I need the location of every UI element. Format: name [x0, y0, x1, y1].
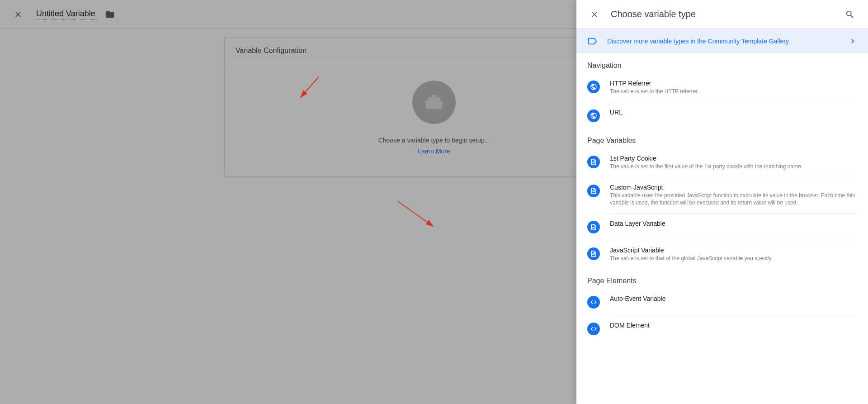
item-title: HTTP Referrer — [610, 80, 857, 87]
variable-type-item[interactable]: HTTP ReferrerThe value is set to the HTT… — [587, 73, 857, 102]
item-description: The value is set to the first value of t… — [610, 163, 857, 171]
item-title: URL — [610, 109, 857, 116]
item-text: 1st Party CookieThe value is set to the … — [610, 155, 857, 171]
globe-icon — [587, 109, 600, 122]
variable-type-item[interactable]: URL — [587, 102, 857, 128]
panel-close-icon[interactable] — [585, 5, 604, 24]
discover-label: Discover more variable types in the Comm… — [607, 38, 838, 45]
tag-icon — [587, 36, 597, 46]
doc-icon — [587, 247, 600, 260]
section-title: Page Elements — [587, 277, 857, 285]
variable-type-item[interactable]: JavaScript VariableThe value is set to t… — [587, 240, 857, 269]
doc-icon — [587, 156, 600, 168]
item-text: JavaScript VariableThe value is set to t… — [610, 247, 857, 262]
item-title: Custom JavaScript — [610, 184, 857, 191]
section-title: Page Variables — [587, 137, 857, 145]
item-title: Data Layer Variable — [610, 220, 857, 227]
variable-type-item[interactable]: Auto-Event Variable — [587, 289, 857, 315]
section-title: Navigation — [587, 62, 857, 70]
doc-icon — [587, 221, 600, 233]
variable-type-panel: Choose variable type Discover more varia… — [576, 0, 868, 404]
item-description: The value is set to that of the global J… — [610, 255, 857, 262]
panel-list[interactable]: NavigationHTTP ReferrerThe value is set … — [576, 53, 868, 404]
item-title: JavaScript Variable — [610, 247, 857, 254]
item-text: HTTP ReferrerThe value is set to the HTT… — [610, 80, 857, 95]
search-icon[interactable] — [841, 5, 859, 24]
item-description: The value is set to the HTTP referrer. — [610, 88, 857, 95]
section: NavigationHTTP ReferrerThe value is set … — [576, 53, 868, 128]
section: Page Variables1st Party CookieThe value … — [576, 128, 868, 269]
chevron-right-icon — [848, 37, 857, 46]
variable-type-item[interactable]: Data Layer Variable — [587, 214, 857, 240]
item-text: URL — [610, 109, 857, 116]
discover-gallery-link[interactable]: Discover more variable types in the Comm… — [576, 29, 868, 53]
variable-type-item[interactable]: Custom JavaScriptThis variable uses the … — [587, 177, 857, 214]
item-text: DOM Element — [610, 322, 857, 329]
item-title: 1st Party Cookie — [610, 155, 857, 162]
code-icon — [587, 323, 600, 335]
globe-icon — [587, 81, 600, 93]
doc-icon — [587, 185, 600, 197]
item-title: DOM Element — [610, 322, 857, 329]
item-text: Custom JavaScriptThis variable uses the … — [610, 184, 857, 207]
item-text: Auto-Event Variable — [610, 295, 857, 302]
variable-type-item[interactable]: DOM Element — [587, 315, 857, 342]
code-icon — [587, 296, 600, 309]
section: Page ElementsAuto-Event VariableDOM Elem… — [576, 269, 868, 342]
variable-type-item[interactable]: 1st Party CookieThe value is set to the … — [587, 148, 857, 177]
item-text: Data Layer Variable — [610, 220, 857, 227]
panel-title: Choose variable type — [611, 9, 834, 19]
item-description: This variable uses the provided JavaScri… — [610, 192, 857, 207]
item-title: Auto-Event Variable — [610, 295, 857, 302]
